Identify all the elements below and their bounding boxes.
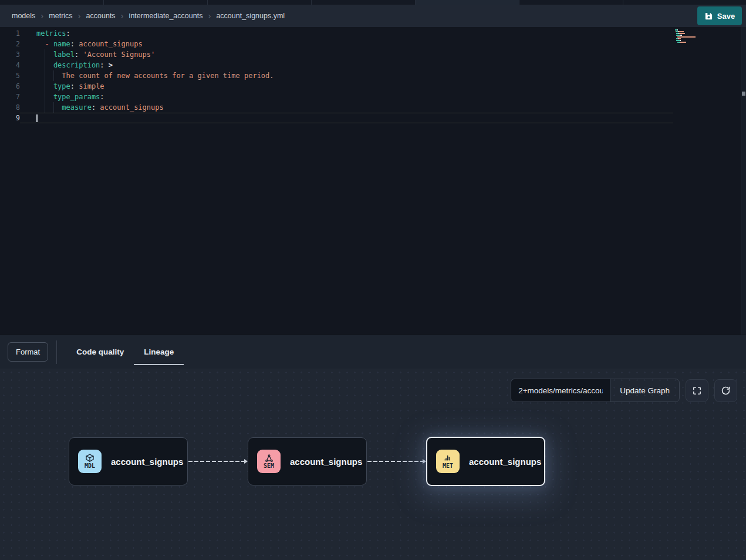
line-number: 4 bbox=[0, 60, 20, 70]
editor-tab[interactable] bbox=[312, 0, 416, 5]
chevron-right-icon: › bbox=[78, 11, 81, 20]
indent-guide bbox=[36, 70, 45, 81]
line-number: 1 bbox=[0, 28, 20, 39]
code-lines: 1metrics:2 - name: account_signups3 labe… bbox=[0, 28, 746, 123]
fullscreen-button[interactable] bbox=[686, 379, 708, 402]
code-token: description bbox=[53, 61, 100, 69]
indent-guide bbox=[53, 102, 62, 113]
indent-guide bbox=[36, 81, 45, 92]
breadcrumb-item: accounts bbox=[86, 12, 116, 20]
minimap-line bbox=[675, 38, 710, 39]
code-editor[interactable]: 1metrics:2 - name: account_signups3 labe… bbox=[0, 27, 746, 335]
lineage-toolbar: Update Graph bbox=[511, 379, 737, 402]
minimap[interactable] bbox=[675, 29, 710, 45]
minimap-segment bbox=[681, 35, 682, 36]
code-token: The count of new accounts for a given ti… bbox=[62, 72, 274, 80]
editor-tab[interactable] bbox=[104, 0, 208, 5]
indent-guide bbox=[45, 60, 53, 70]
line-number: 8 bbox=[0, 102, 20, 113]
code-token: : bbox=[92, 103, 100, 112]
tab-code-quality[interactable]: Code quality bbox=[66, 335, 134, 369]
node-badge-label: MDL bbox=[85, 463, 95, 470]
breadcrumb: models›metrics›accounts›intermediate_acc… bbox=[12, 12, 285, 20]
line-number: 9 bbox=[0, 113, 20, 123]
code-token: : bbox=[75, 50, 83, 59]
tab-lineage[interactable]: Lineage bbox=[134, 335, 184, 369]
code-line-content: - name: account_signups bbox=[20, 39, 673, 49]
node-badge: MDL bbox=[78, 450, 102, 473]
update-graph-button[interactable]: Update Graph bbox=[610, 379, 679, 402]
top-tab-strip bbox=[0, 0, 746, 5]
indent-guide bbox=[45, 49, 53, 60]
line-number: 3 bbox=[0, 49, 20, 60]
editor-tab[interactable] bbox=[519, 0, 623, 5]
indent-guide bbox=[36, 102, 45, 113]
lineage-node[interactable]: METaccount_signups bbox=[426, 437, 545, 486]
indent-guide bbox=[45, 102, 53, 113]
scrollbar[interactable] bbox=[741, 27, 746, 335]
code-token: label bbox=[53, 50, 75, 59]
save-button[interactable]: Save bbox=[697, 6, 742, 25]
refresh-icon bbox=[721, 386, 731, 396]
code-token: > bbox=[109, 61, 113, 69]
code-line-content: The count of new accounts for a given ti… bbox=[20, 70, 673, 81]
indent-guide bbox=[36, 39, 45, 49]
minimap-line bbox=[675, 29, 710, 31]
minimap-segment bbox=[676, 35, 680, 36]
lineage-node[interactable]: MDLaccount_signups bbox=[69, 437, 188, 485]
node-badge: MET bbox=[436, 450, 460, 473]
bottom-panel: Format Code qualityLineage Update Graph bbox=[0, 335, 746, 560]
indent-guide bbox=[36, 92, 45, 102]
refresh-button[interactable] bbox=[714, 379, 737, 402]
minimap-segment bbox=[680, 42, 686, 43]
lineage-selector-input[interactable] bbox=[511, 379, 610, 402]
code-token: metrics bbox=[36, 29, 66, 38]
breadcrumb-item: intermediate_accounts bbox=[129, 12, 203, 20]
code-line-content: label: 'Account Signups' bbox=[20, 49, 673, 60]
indent-guide bbox=[53, 70, 62, 81]
editor-tab[interactable] bbox=[0, 0, 104, 5]
minimap-segment bbox=[677, 36, 696, 38]
format-button[interactable]: Format bbox=[8, 342, 48, 362]
code-token: type_params bbox=[53, 93, 100, 101]
chevron-right-icon: › bbox=[208, 11, 211, 20]
panel-tabs: Code qualityLineage bbox=[66, 335, 184, 369]
code-token: account_signups bbox=[100, 103, 163, 112]
code-token: - bbox=[45, 40, 53, 48]
editor-tab[interactable] bbox=[416, 0, 519, 5]
code-line-content: type_params: bbox=[20, 92, 673, 102]
lineage-canvas[interactable]: Update Graph bbox=[0, 369, 746, 560]
indent-guide bbox=[45, 81, 53, 92]
breadcrumb-item: models bbox=[12, 12, 35, 20]
bar-chart-icon bbox=[443, 453, 453, 463]
code-token: account_signups bbox=[79, 40, 142, 48]
editor-tab[interactable] bbox=[208, 0, 312, 5]
minimap-line bbox=[675, 31, 710, 32]
code-token: : bbox=[100, 61, 108, 69]
lineage-node[interactable]: SEMaccount_signups bbox=[248, 437, 367, 485]
panel-tabs-row: Format Code qualityLineage bbox=[0, 335, 746, 369]
line-number: 5 bbox=[0, 70, 20, 81]
code-line: 2 - name: account_signups bbox=[0, 39, 746, 49]
semantic-network-icon bbox=[265, 454, 274, 463]
minimap-segment bbox=[676, 40, 680, 41]
scrollbar-thumb[interactable] bbox=[742, 92, 745, 96]
minimap-line bbox=[675, 43, 710, 45]
code-line: 3 label: 'Account Signups' bbox=[0, 49, 746, 60]
save-button-label: Save bbox=[717, 12, 735, 21]
line-number: 7 bbox=[0, 92, 20, 102]
minimap-line bbox=[675, 33, 710, 34]
text-cursor bbox=[36, 114, 38, 122]
minimap-line bbox=[675, 42, 710, 43]
code-token: name bbox=[53, 40, 70, 48]
fullscreen-icon bbox=[692, 386, 702, 396]
editor-tab[interactable] bbox=[623, 0, 746, 5]
cube-icon bbox=[85, 453, 94, 463]
node-badge-label: SEM bbox=[264, 463, 274, 470]
node-badge: SEM bbox=[257, 450, 281, 473]
node-label: account_signups bbox=[290, 457, 362, 467]
indent-guide bbox=[36, 60, 45, 70]
code-line: 8 measure: account_signups bbox=[0, 102, 746, 113]
node-label: account_signups bbox=[111, 457, 183, 467]
code-token: : bbox=[66, 29, 70, 38]
